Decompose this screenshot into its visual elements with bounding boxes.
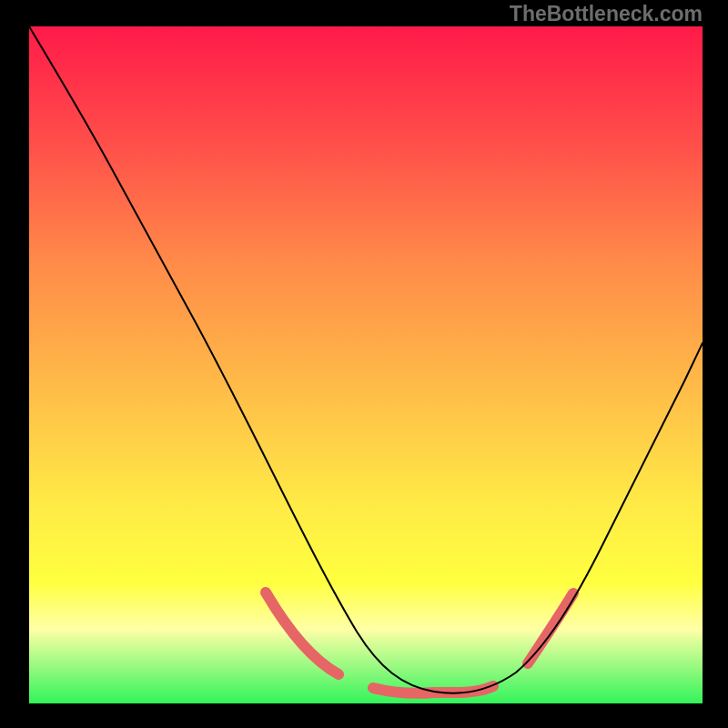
attribution-text: TheBottleneck.com [510,2,703,26]
bottleneck-curve [29,26,703,693]
chart-frame: TheBottleneck.com [0,0,728,728]
gradient-plot-area [29,26,703,703]
bottleneck-curve-svg [29,26,703,703]
curve-highlight-left [266,592,339,674]
